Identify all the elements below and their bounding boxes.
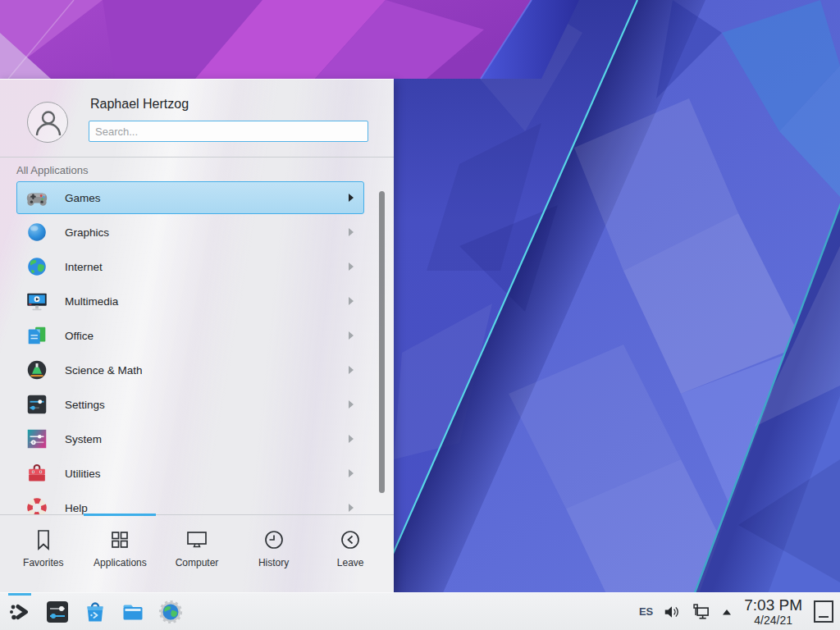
help-lifesaver-icon bbox=[25, 495, 49, 514]
active-app-indicator bbox=[8, 593, 31, 596]
tab-history[interactable]: History bbox=[235, 527, 313, 593]
category-label: Internet bbox=[65, 261, 103, 273]
category-label: Utilities bbox=[65, 468, 101, 480]
chevron-right-icon bbox=[349, 469, 354, 477]
category-label: Multimedia bbox=[65, 295, 118, 308]
launcher-tab-bar: Favorites Applications Computer bbox=[0, 515, 394, 593]
system-tray: ES 7:03 PM 4/24/21 bbox=[639, 597, 840, 626]
tab-applications[interactable]: Applications bbox=[82, 527, 159, 593]
chevron-right-icon bbox=[349, 228, 354, 236]
scrollbar-thumb[interactable] bbox=[379, 191, 385, 493]
app-grid-icon bbox=[107, 527, 133, 553]
category-label: Settings bbox=[65, 399, 105, 411]
show-desktop-icon bbox=[819, 616, 829, 618]
chevron-right-icon bbox=[349, 331, 354, 340]
bookmark-icon bbox=[30, 527, 57, 553]
science-flask-icon bbox=[25, 358, 49, 382]
tab-label: History bbox=[258, 557, 289, 568]
clock-icon bbox=[261, 527, 287, 553]
desktop: Raphael Hertzog All Applications Games bbox=[0, 0, 840, 630]
keyboard-layout-indicator[interactable]: ES bbox=[639, 605, 653, 618]
computer-icon bbox=[184, 527, 210, 553]
network-icon[interactable] bbox=[691, 601, 712, 623]
volume-icon[interactable] bbox=[662, 602, 682, 622]
category-row-internet[interactable]: Internet bbox=[16, 250, 364, 283]
chevron-right-icon bbox=[349, 262, 354, 271]
category-row-utilities[interactable]: Utilities bbox=[16, 457, 364, 490]
multimedia-monitor-icon bbox=[25, 289, 49, 313]
chevron-right-icon bbox=[349, 435, 354, 443]
tab-computer[interactable]: Computer bbox=[158, 527, 235, 593]
tab-favorites[interactable]: Favorites bbox=[5, 527, 82, 593]
discover-button[interactable] bbox=[82, 599, 108, 625]
office-document-icon bbox=[25, 323, 49, 348]
system-sliders-icon bbox=[25, 427, 49, 451]
system-settings-icon bbox=[44, 599, 71, 625]
launcher-header: Raphael Hertzog bbox=[0, 80, 394, 157]
category-label: Help bbox=[65, 502, 88, 514]
expand-tray-icon[interactable] bbox=[721, 607, 733, 617]
digital-clock[interactable]: 7:03 PM 4/24/21 bbox=[744, 597, 802, 626]
show-desktop-button[interactable] bbox=[814, 600, 833, 623]
header-separator bbox=[0, 157, 394, 158]
category-label: Graphics bbox=[65, 226, 109, 239]
category-row-settings[interactable]: Settings bbox=[16, 388, 364, 421]
category-row-science-math[interactable]: Science & Math bbox=[16, 354, 364, 386]
chevron-right-icon bbox=[349, 400, 354, 409]
globe-icon bbox=[25, 254, 49, 279]
application-launcher-button[interactable] bbox=[7, 599, 33, 625]
category-row-games[interactable]: Games bbox=[16, 181, 364, 214]
tab-label: Leave bbox=[337, 557, 364, 568]
application-launcher-popup: Raphael Hertzog All Applications Games bbox=[0, 79, 394, 592]
settings-sliders-icon bbox=[25, 392, 49, 417]
file-manager-button[interactable] bbox=[120, 599, 146, 625]
category-label: Office bbox=[65, 330, 94, 342]
utilities-toolbox-icon bbox=[25, 461, 49, 486]
kde-launcher-icon bbox=[7, 599, 33, 625]
chevron-right-icon bbox=[349, 504, 354, 512]
gamepad-icon bbox=[25, 185, 49, 210]
web-browser-button[interactable] bbox=[158, 599, 184, 625]
tab-label: Applications bbox=[94, 557, 147, 568]
tab-leave[interactable]: Leave bbox=[312, 527, 389, 593]
tab-label: Computer bbox=[176, 557, 219, 568]
clock-time: 7:03 PM bbox=[744, 597, 802, 613]
browser-globe-icon bbox=[158, 599, 184, 625]
taskbar-app-icons bbox=[0, 599, 184, 625]
category-label: Science & Math bbox=[65, 364, 143, 377]
section-label: All Applications bbox=[16, 164, 88, 176]
category-label: Games bbox=[65, 192, 101, 204]
user-name: Raphael Hertzog bbox=[90, 97, 189, 112]
discover-icon bbox=[82, 599, 108, 625]
graphics-sphere-icon bbox=[25, 220, 49, 244]
category-row-system[interactable]: System bbox=[16, 422, 364, 455]
tab-label: Favorites bbox=[23, 557, 63, 568]
search-input[interactable] bbox=[89, 121, 368, 142]
user-avatar bbox=[27, 102, 68, 143]
chevron-right-icon bbox=[349, 366, 354, 374]
clock-date: 4/24/21 bbox=[744, 614, 802, 626]
user-icon bbox=[28, 103, 69, 144]
category-label: System bbox=[65, 433, 102, 445]
chevron-right-icon bbox=[349, 297, 354, 305]
leave-icon bbox=[337, 527, 363, 553]
chevron-right-icon bbox=[349, 194, 354, 202]
category-row-graphics[interactable]: Graphics bbox=[16, 216, 364, 249]
category-list: Games Graphics bbox=[0, 181, 394, 514]
folder-icon bbox=[120, 599, 146, 625]
category-row-help[interactable]: Help bbox=[16, 491, 364, 514]
category-row-multimedia[interactable]: Multimedia bbox=[16, 285, 364, 317]
taskbar-panel: ES 7:03 PM 4/24/21 bbox=[0, 592, 840, 630]
category-row-office[interactable]: Office bbox=[16, 319, 364, 352]
system-settings-button[interactable] bbox=[44, 599, 71, 625]
